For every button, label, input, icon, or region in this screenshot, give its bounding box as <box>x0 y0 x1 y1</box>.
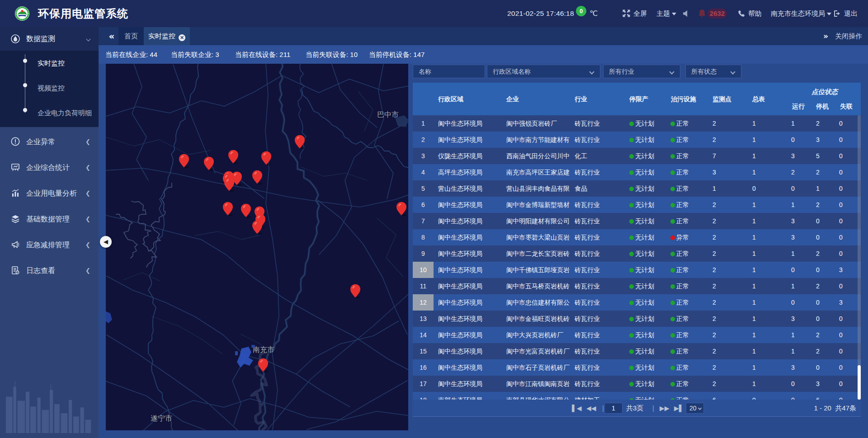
cell-facility: 正常 <box>668 197 709 213</box>
cell-running: 3 <box>788 148 812 164</box>
sidebar-item-base-data[interactable]: 基础数据管理 ❮ <box>0 206 99 232</box>
name-filter-input[interactable] <box>413 65 485 78</box>
table-row[interactable]: 12阆中生态环境局阆中市忠信建材有限公砖瓦行业无计划正常21003 <box>413 294 861 311</box>
theme-label: 主题 <box>656 9 670 17</box>
sidebar-item-power-load-detail[interactable]: 企业电力负荷明细 <box>0 100 99 125</box>
status-dot-icon <box>629 122 634 126</box>
industry-filter-select[interactable]: 所有行业 <box>603 65 680 78</box>
cell-facility: 正常 <box>668 115 709 132</box>
name-input[interactable] <box>419 68 478 75</box>
cell-lost: 0 <box>836 164 861 180</box>
theme-dropdown[interactable]: 主题 <box>656 0 676 27</box>
cell-points: 2 <box>709 229 749 245</box>
cell-region: 高坪生态环境局 <box>434 164 502 180</box>
logout-button[interactable]: 退出 <box>833 0 858 27</box>
stat-label: 当前失联企业 <box>171 51 212 58</box>
cell-industry: 砖瓦行业 <box>571 213 627 229</box>
cell-industry: 砖瓦行业 <box>571 376 627 392</box>
status-filter-select[interactable]: 所有状态 <box>685 65 741 78</box>
prev-page-button[interactable]: ◀◀ <box>586 400 596 417</box>
next-page-button[interactable]: ▶▶ <box>660 400 670 417</box>
region-filter-select[interactable]: 行政区域名称 <box>487 65 600 78</box>
tab-realtime-monitor[interactable]: 实时监控✕ <box>144 27 190 45</box>
table-row[interactable]: 18南部生态环境局南部县砚华水泥有限公建材加工无计划正常60060 <box>413 392 861 400</box>
table-row[interactable]: 1阆中生态环境局阆中强锐页岩砖厂砖瓦行业无计划正常21120 <box>413 115 861 132</box>
cell-company: 阆中强锐页岩砖厂 <box>502 115 571 132</box>
pagination-bar: ▌◀ ◀◀ | 共3页 | ▶▶ ▶▌ 20 1 - 20 共47条 <box>413 400 861 417</box>
table-row[interactable]: 14阆中生态环境局阆中大兴页岩机砖厂砖瓦行业无计划正常21120 <box>413 327 861 343</box>
speaker-icon <box>683 9 691 18</box>
cell-meters: 1 <box>749 343 788 359</box>
last-page-button[interactable]: ▶▌ <box>674 400 684 417</box>
sidebar-item-enterprise-statistics[interactable]: 企业综合统计 ❮ <box>0 155 99 180</box>
table-row[interactable]: 10阆中生态环境局阆中千佛镇五郎垭页岩砖瓦行业无计划正常21003 <box>413 262 861 278</box>
first-page-button[interactable]: ▌◀ <box>572 400 582 417</box>
map[interactable]: 巴中市南充市遂宁市 <box>106 64 408 430</box>
col-region[interactable]: 行政区域 <box>434 83 502 115</box>
table-row[interactable]: 11阆中生态环境局阆中市五马桥页岩机砖砖瓦行业无计划正常21120 <box>413 278 861 294</box>
table-row[interactable]: 3仪陇生态环境局西南油气田分公司川中化工无计划正常71350 <box>413 148 861 164</box>
table-row[interactable]: 15阆中生态环境局阆中市光富页岩机砖厂砖瓦行业无计划正常21120 <box>413 343 861 359</box>
col-industry[interactable]: 行业 <box>571 83 627 115</box>
col-limit[interactable]: 停限产 <box>627 83 668 115</box>
org-dropdown[interactable]: 南充市生态环境局 <box>771 0 831 27</box>
table-row[interactable]: 17阆中生态环境局阆中市江南镇阆南页岩砖瓦行业无计划正常21030 <box>413 376 861 392</box>
col-running[interactable]: 运行 <box>788 101 812 112</box>
col-points[interactable]: 监测点 <box>709 83 749 115</box>
table-row[interactable]: 13阆中生态环境局阆中市金福旺页岩机砖砖瓦行业无计划正常21300 <box>413 311 861 327</box>
mute-button[interactable] <box>683 9 691 18</box>
table-row[interactable]: 4高坪生态环境局南充市高坪区王家店建砖瓦行业无计划正常31220 <box>413 164 861 180</box>
sidebar-group-data-monitoring: 数据监测 实时监控 视频监控 企业电力负荷明细 <box>0 27 99 127</box>
notification-count-badge[interactable]: 2632 <box>708 9 727 19</box>
table-row[interactable]: 5营山生态环境局营山县润丰肉食品有限食品无计划正常10010 <box>413 180 861 197</box>
sidebar-item-enterprise-abnormal[interactable]: 企业异常 ❮ <box>0 129 99 155</box>
skyline-decoration <box>0 375 99 433</box>
col-facility[interactable]: 治污设施 <box>668 83 709 115</box>
sidebar-submenu: 实时监控 视频监控 企业电力负荷明细 <box>0 51 99 127</box>
chevron-left-icon: ❮ <box>85 206 90 232</box>
tabs-scroll-left-button[interactable]: « <box>105 27 118 45</box>
col-lost[interactable]: 失联 <box>836 101 861 112</box>
tabs-scroll-right-button[interactable]: » <box>823 27 828 45</box>
table-row[interactable]: 8阆中生态环境局阆中市枣碧大梁山页岩砖瓦行业无计划异常21300 <box>413 229 861 245</box>
table-scrollbar-thumb[interactable] <box>858 365 861 400</box>
col-meters[interactable]: 总表 <box>749 83 788 115</box>
sidebar-item-data-monitoring[interactable]: 数据监测 <box>0 27 99 51</box>
chevron-down-icon <box>589 69 594 74</box>
pagination-summary: 1 - 20 共47条 <box>814 400 856 417</box>
page-size-select[interactable]: 20 <box>686 403 704 414</box>
page-number-input[interactable] <box>604 403 623 414</box>
tab-close-icon[interactable]: ✕ <box>179 34 185 41</box>
cell-lost: 0 <box>836 132 861 148</box>
fullscreen-button[interactable]: 全屏 <box>623 0 647 27</box>
logout-icon <box>833 10 841 17</box>
table-row[interactable]: 9阆中生态环境局阆中市二龙长宝页岩砖砖瓦行业无计划正常21120 <box>413 245 861 262</box>
tab-home[interactable]: 首页 <box>118 27 144 45</box>
cell-running: 0 <box>788 180 812 197</box>
sidebar-item-power-analysis[interactable]: 企业用电量分析 ❮ <box>0 180 99 206</box>
water-drop-icon <box>11 34 20 43</box>
table-row[interactable]: 7阆中生态环境局阆中明阳建材有限公司砖瓦行业无计划正常21300 <box>413 213 861 229</box>
cell-industry: 建材加工 <box>571 392 627 400</box>
status-dot-icon <box>629 219 634 224</box>
submenu-label: 企业电力负荷明细 <box>38 100 92 125</box>
help-button[interactable]: 帮助 <box>738 0 762 27</box>
table-row[interactable]: 6阆中生态环境局阆中市金博瑞新型墙材砖瓦行业无计划正常21120 <box>413 197 861 213</box>
panel-collapse-button[interactable]: ◀ <box>100 236 112 248</box>
table-scrollbar-track[interactable] <box>858 115 861 400</box>
notifications-button[interactable] <box>698 9 706 18</box>
col-stopped[interactable]: 停机 <box>812 101 836 112</box>
table-header: 行政区域 企业 行业 停限产 治污设施 监测点 总表 点位状态 运行 停机 失联 <box>413 83 861 115</box>
cell-company: 阆中市石子页岩机砖厂 <box>502 359 571 376</box>
status-filter-value: 所有状态 <box>691 68 717 75</box>
sidebar-item-emergency-reduction[interactable]: 应急减排管理 ❮ <box>0 232 99 258</box>
cell-lost: 0 <box>836 180 861 197</box>
sidebar-item-video-monitor[interactable]: 视频监控 <box>0 75 99 100</box>
table-row[interactable]: 2阆中生态环境局阆中市南方节能建材有砖瓦行业无计划正常21030 <box>413 132 861 148</box>
sidebar-item-log-view[interactable]: 日志查看 ❮ <box>0 258 99 283</box>
close-operations-button[interactable]: 关闭操作 <box>835 27 862 45</box>
chevron-left-icon: ❮ <box>85 258 90 283</box>
table-row[interactable]: 16阆中生态环境局阆中市石子页岩机砖厂砖瓦行业无计划正常21300 <box>413 359 861 376</box>
col-company[interactable]: 企业 <box>502 83 571 115</box>
sidebar-item-realtime-monitor[interactable]: 实时监控 <box>0 51 99 75</box>
